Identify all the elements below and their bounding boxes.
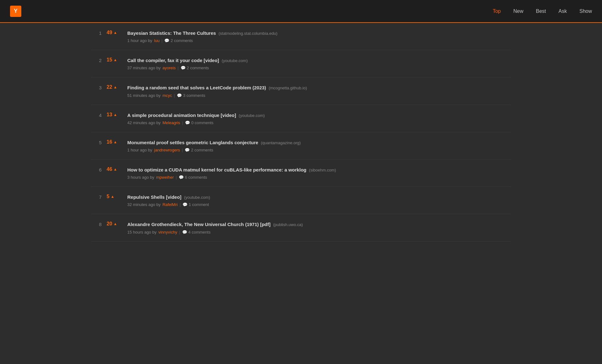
meta-divider: |: [180, 202, 181, 207]
upvote-arrow-icon[interactable]: ▲: [114, 31, 117, 34]
story-content: Finding a random seed that solves a Leet…: [127, 84, 506, 98]
story-rank: 2: [96, 57, 102, 63]
story-score[interactable]: 20 ▲: [107, 221, 122, 227]
story-meta: 1 hour ago by jandrewrogers | 💬 2 commen…: [127, 148, 506, 152]
story-content: Alexandre Grothendieck, The New Universa…: [127, 221, 506, 234]
story-content: A simple procedural animation technique …: [127, 112, 506, 125]
score-number: 49: [107, 30, 112, 35]
story-rank: 3: [96, 84, 102, 90]
story-rank: 8: [96, 221, 102, 227]
comment-icon: 💬: [177, 93, 182, 98]
story-title[interactable]: Monumental proof settles geometric Langl…: [127, 139, 506, 146]
story-score[interactable]: 46 ▲: [107, 166, 122, 172]
comment-icon: 💬: [182, 230, 187, 235]
story-time: 1 hour ago by: [127, 38, 152, 43]
upvote-arrow-icon[interactable]: ▲: [114, 167, 117, 171]
story-author[interactable]: RafelMri: [162, 202, 177, 207]
nav-ask[interactable]: Ask: [558, 8, 567, 14]
story-author[interactable]: mpweiher: [156, 175, 174, 180]
story-title[interactable]: Bayesian Statistics: The Three Cultures …: [127, 30, 506, 36]
story-domain: (youtube.com): [222, 58, 248, 63]
story-score[interactable]: 15 ▲: [107, 57, 122, 63]
story-item: 6 46 ▲ How to optimize a CUDA matmul ker…: [91, 160, 511, 187]
story-domain: (mcognetta.github.io): [269, 86, 307, 90]
story-meta: 51 minutes ago by mcyc | 💬 3 comments: [127, 93, 506, 98]
story-rank: 4: [96, 112, 102, 118]
story-meta: 1 hour ago by luu | 💬 2 comments: [127, 38, 506, 43]
score-number: 22: [107, 84, 112, 90]
story-score[interactable]: 49 ▲: [107, 30, 122, 35]
story-time: 1 hour ago by: [127, 148, 152, 152]
story-rank: 1: [96, 30, 102, 36]
story-title[interactable]: Repulsive Shells [video] (youtube.com): [127, 194, 506, 200]
comment-icon: 💬: [182, 202, 187, 207]
story-rank: 6: [96, 166, 102, 172]
story-time: 51 minutes ago by: [127, 93, 161, 98]
story-content: Call the compiler, fax it your code [vid…: [127, 57, 506, 70]
score-number: 15: [107, 57, 112, 63]
story-item: 8 20 ▲ Alexandre Grothendieck, The New U…: [91, 214, 511, 241]
meta-divider: |: [182, 120, 183, 125]
story-domain: (youtube.com): [184, 195, 210, 200]
main-nav: Top New Best Ask Show: [493, 8, 592, 14]
story-comments[interactable]: 💬 2 comments: [164, 38, 193, 43]
story-score[interactable]: 22 ▲: [107, 84, 122, 90]
story-meta: 37 minutes ago by ayoreis | 💬 2 comments: [127, 66, 506, 70]
story-content: Monumental proof settles geometric Langl…: [127, 139, 506, 152]
upvote-arrow-icon[interactable]: ▲: [114, 113, 117, 117]
nav-best[interactable]: Best: [536, 8, 546, 14]
story-comments[interactable]: 💬 6 comments: [179, 175, 207, 180]
story-author[interactable]: vinnyvichy: [158, 230, 177, 235]
story-time: 32 minutes ago by: [127, 202, 161, 207]
story-score[interactable]: 16 ▲: [107, 139, 122, 145]
story-item: 5 16 ▲ Monumental proof settles geometri…: [91, 132, 511, 160]
story-author[interactable]: ayoreis: [162, 66, 176, 70]
score-number: 5: [107, 194, 109, 199]
story-comments[interactable]: 💬 0 comments: [185, 120, 214, 125]
comment-icon: 💬: [185, 148, 190, 152]
header-logo[interactable]: Y: [10, 6, 21, 17]
story-meta: 32 minutes ago by RafelMri | 💬 1 comment: [127, 202, 506, 207]
story-content: How to optimize a CUDA matmul kernel for…: [127, 166, 506, 180]
meta-divider: |: [182, 148, 183, 152]
score-number: 16: [107, 139, 112, 145]
story-domain: (quantamagazine.org): [261, 140, 301, 145]
upvote-arrow-icon[interactable]: ▲: [114, 140, 117, 144]
story-title[interactable]: Call the compiler, fax it your code [vid…: [127, 57, 506, 64]
story-title[interactable]: How to optimize a CUDA matmul kernel for…: [127, 166, 506, 173]
score-number: 13: [107, 112, 112, 118]
meta-divider: |: [161, 38, 162, 43]
story-author[interactable]: jandrewrogers: [154, 148, 180, 152]
story-comments[interactable]: 💬 2 comments: [185, 148, 213, 152]
story-author[interactable]: Meleagris: [162, 120, 180, 125]
story-title[interactable]: A simple procedural animation technique …: [127, 112, 506, 119]
upvote-arrow-icon[interactable]: ▲: [114, 85, 117, 89]
story-comments[interactable]: 💬 2 comments: [181, 66, 209, 70]
comment-count: 4 comments: [188, 230, 211, 235]
story-item: 4 13 ▲ A simple procedural animation tec…: [91, 105, 511, 132]
story-author[interactable]: luu: [154, 38, 160, 43]
story-score[interactable]: 5 ▲: [107, 194, 122, 199]
meta-divider: |: [174, 93, 175, 98]
story-time: 3 hours ago by: [127, 175, 154, 180]
story-item: 1 49 ▲ Bayesian Statistics: The Three Cu…: [91, 23, 511, 50]
upvote-arrow-icon[interactable]: ▲: [114, 58, 117, 62]
nav-show[interactable]: Show: [579, 8, 592, 14]
comment-icon: 💬: [179, 175, 184, 180]
story-rank: 7: [96, 194, 102, 200]
comment-count: 2 comments: [191, 148, 213, 152]
story-author[interactable]: mcyc: [162, 93, 172, 98]
comment-count: 0 comments: [191, 120, 214, 125]
nav-top[interactable]: Top: [493, 8, 501, 14]
story-domain: (publish.uwo.ca): [273, 222, 303, 227]
story-comments[interactable]: 💬 4 comments: [182, 230, 211, 235]
story-title[interactable]: Finding a random seed that solves a Leet…: [127, 84, 506, 91]
nav-new[interactable]: New: [513, 8, 523, 14]
upvote-arrow-icon[interactable]: ▲: [111, 195, 114, 198]
story-score[interactable]: 13 ▲: [107, 112, 122, 118]
story-comments[interactable]: 💬 1 comment: [182, 202, 209, 207]
upvote-arrow-icon[interactable]: ▲: [114, 222, 117, 226]
story-time: 42 minutes ago by: [127, 120, 161, 125]
story-comments[interactable]: 💬 3 comments: [177, 93, 205, 98]
story-title[interactable]: Alexandre Grothendieck, The New Universa…: [127, 221, 506, 228]
